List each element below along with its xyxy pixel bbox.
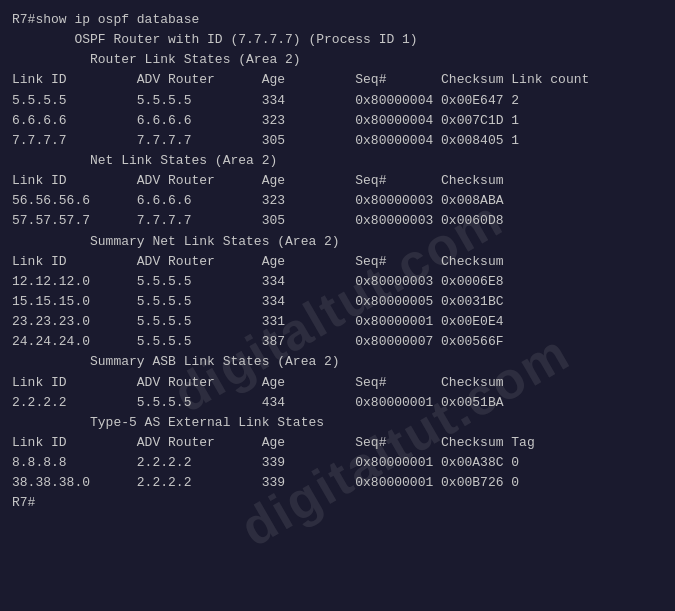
terminal-line: Summary ASB Link States (Area 2) — [12, 352, 663, 372]
terminal-line: 5.5.5.5 5.5.5.5 334 0x80000004 0x00E647 … — [12, 91, 663, 111]
terminal-output: R7#show ip ospf database OSPF Router wit… — [12, 10, 663, 514]
terminal-line: R7#show ip ospf database — [12, 10, 663, 30]
terminal-line: Link ID ADV Router Age Seq# Checksum — [12, 373, 663, 393]
terminal-line: Link ID ADV Router Age Seq# Checksum Lin… — [12, 70, 663, 90]
terminal-line: 8.8.8.8 2.2.2.2 339 0x80000001 0x00A38C … — [12, 453, 663, 473]
terminal-line: Link ID ADV Router Age Seq# Checksum Tag — [12, 433, 663, 453]
terminal-line: R7# — [12, 493, 663, 513]
terminal-line: Link ID ADV Router Age Seq# Checksum — [12, 171, 663, 191]
terminal-line: Net Link States (Area 2) — [12, 151, 663, 171]
terminal-line: 56.56.56.6 6.6.6.6 323 0x80000003 0x008A… — [12, 191, 663, 211]
terminal-line: Summary Net Link States (Area 2) — [12, 232, 663, 252]
terminal-line: 12.12.12.0 5.5.5.5 334 0x80000003 0x0006… — [12, 272, 663, 292]
terminal-line: 2.2.2.2 5.5.5.5 434 0x80000001 0x0051BA — [12, 393, 663, 413]
terminal-line: Link ID ADV Router Age Seq# Checksum — [12, 252, 663, 272]
terminal-line: 7.7.7.7 7.7.7.7 305 0x80000004 0x008405 … — [12, 131, 663, 151]
terminal-line: 57.57.57.7 7.7.7.7 305 0x80000003 0x0060… — [12, 211, 663, 231]
terminal-line: 23.23.23.0 5.5.5.5 331 0x80000001 0x00E0… — [12, 312, 663, 332]
terminal-line: Type-5 AS External Link States — [12, 413, 663, 433]
terminal-line: 24.24.24.0 5.5.5.5 387 0x80000007 0x0056… — [12, 332, 663, 352]
terminal-line: 15.15.15.0 5.5.5.5 334 0x80000005 0x0031… — [12, 292, 663, 312]
terminal-line: OSPF Router with ID (7.7.7.7) (Process I… — [12, 30, 663, 50]
terminal-line: Router Link States (Area 2) — [12, 50, 663, 70]
terminal-line: 6.6.6.6 6.6.6.6 323 0x80000004 0x007C1D … — [12, 111, 663, 131]
terminal-line: 38.38.38.0 2.2.2.2 339 0x80000001 0x00B7… — [12, 473, 663, 493]
